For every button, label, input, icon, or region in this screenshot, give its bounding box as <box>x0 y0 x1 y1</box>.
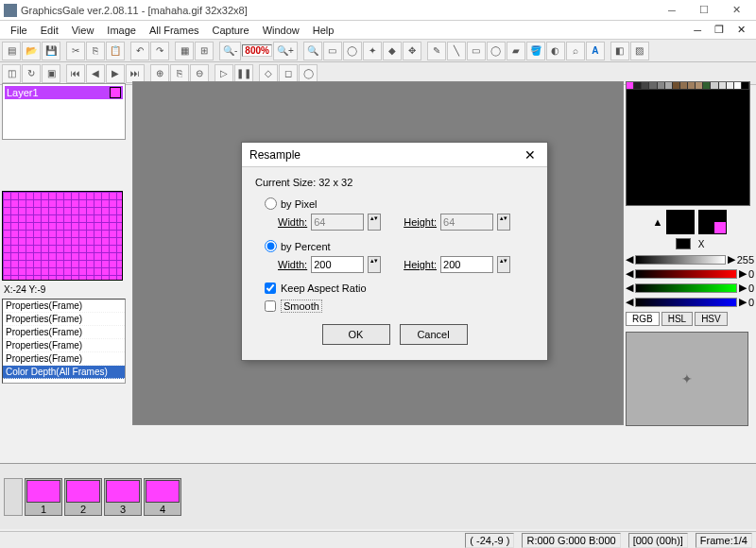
fg-swatch[interactable] <box>666 210 695 234</box>
save-file-icon[interactable]: 💾 <box>42 42 60 60</box>
transparency-icon[interactable]: ▨ <box>630 42 649 60</box>
history-item[interactable]: Properties(Frame) <box>3 339 125 352</box>
dialog-titlebar[interactable]: Resample ✕ <box>242 143 547 167</box>
move-icon[interactable]: ✥ <box>403 42 421 60</box>
bucket-icon[interactable]: 🪣 <box>526 42 545 60</box>
text-icon[interactable]: A <box>586 42 605 60</box>
g-right-icon[interactable]: ▶ <box>739 282 747 294</box>
color-select-icon[interactable]: ◆ <box>383 42 402 60</box>
px-height-input[interactable] <box>440 214 493 231</box>
snap-icon[interactable]: ⊞ <box>195 42 214 60</box>
close-button[interactable]: ✕ <box>720 1 752 20</box>
menu-edit[interactable]: Edit <box>34 23 65 38</box>
menu-file[interactable]: File <box>4 23 34 38</box>
g-slider[interactable] <box>635 283 737 293</box>
zoom-out-icon[interactable]: 🔍- <box>219 42 241 60</box>
maximize-button[interactable]: ☐ <box>688 1 720 20</box>
pc-width-spinner[interactable]: ▴▾ <box>368 256 381 273</box>
circle-icon[interactable]: ◯ <box>299 64 318 83</box>
b-left-icon[interactable]: ◀ <box>626 296 633 308</box>
history-item[interactable]: Properties(Frame) <box>3 352 125 366</box>
r-slider[interactable] <box>635 269 737 279</box>
frame-thumb[interactable]: 3 <box>104 478 142 516</box>
menu-all-frames[interactable]: All Frames <box>143 23 206 38</box>
px-height-spinner[interactable]: ▴▾ <box>497 214 510 231</box>
by-pixel-radio[interactable] <box>265 197 277 210</box>
play-icon[interactable]: ▷ <box>215 64 233 83</box>
cut-icon[interactable]: ✂ <box>66 42 85 60</box>
mdi-close-icon[interactable]: ✕ <box>730 22 752 38</box>
frame-thumb[interactable]: 2 <box>64 478 102 516</box>
onion-icon[interactable]: ◫ <box>2 64 21 83</box>
mdi-restore-icon[interactable]: ❐ <box>708 22 730 38</box>
pause-icon[interactable]: ❚❚ <box>234 64 253 83</box>
lasso-icon[interactable]: ◯ <box>343 42 362 60</box>
fill-icon[interactable]: ▰ <box>507 42 525 60</box>
pen-icon[interactable]: ✎ <box>427 42 446 60</box>
paste-icon[interactable]: 📋 <box>106 42 125 60</box>
keep-aspect-checkbox[interactable] <box>265 283 276 294</box>
square-icon[interactable]: ◻ <box>279 64 298 83</box>
dialog-close-icon[interactable]: ✕ <box>521 146 540 164</box>
delete-frame-icon[interactable]: ⊖ <box>190 64 209 83</box>
g-left-icon[interactable]: ◀ <box>626 282 633 294</box>
zoom-in-icon[interactable]: 🔍+ <box>273 42 298 60</box>
line-icon[interactable]: ╲ <box>447 42 466 60</box>
tab-rgb[interactable]: RGB <box>626 312 660 326</box>
layer-row[interactable]: Layer1 <box>5 86 123 99</box>
wand-icon[interactable]: ✦ <box>363 42 382 60</box>
history-item-selected[interactable]: Color Depth(All Frames) <box>3 366 125 379</box>
ok-button[interactable]: OK <box>322 324 390 345</box>
trim-icon[interactable]: ▣ <box>42 64 60 83</box>
smooth-checkbox[interactable] <box>265 300 276 312</box>
bg-swatch[interactable] <box>698 210 727 234</box>
menu-view[interactable]: View <box>65 23 101 38</box>
frame-thumb[interactable]: 4 <box>144 478 181 516</box>
replace-color-icon[interactable]: ◐ <box>546 42 565 60</box>
add-frame-icon[interactable]: ⊕ <box>150 64 169 83</box>
menu-help[interactable]: Help <box>306 23 341 38</box>
cancel-button[interactable]: Cancel <box>400 324 468 345</box>
prev-frame-icon[interactable]: ◀ <box>86 64 105 83</box>
loop-icon[interactable]: ↻ <box>22 64 41 83</box>
last-frame-icon[interactable]: ⏭ <box>126 64 145 83</box>
zoom-level[interactable]: 800% <box>242 44 272 57</box>
grad-right-icon[interactable]: ▶ <box>728 253 735 265</box>
rect-icon[interactable]: ▭ <box>467 42 486 60</box>
px-width-input[interactable] <box>311 214 364 231</box>
menu-image[interactable]: Image <box>100 23 143 38</box>
history-item[interactable]: Properties(Frame) <box>3 313 125 326</box>
pc-width-input[interactable] <box>311 256 364 273</box>
copy-icon[interactable]: ⎘ <box>86 42 105 60</box>
history-item[interactable]: Properties(Frame) <box>3 326 125 339</box>
timeline-toggle-icon[interactable] <box>4 478 23 516</box>
antialias-icon[interactable]: ◧ <box>610 42 629 60</box>
menu-window[interactable]: Window <box>256 23 306 38</box>
minimize-button[interactable]: ─ <box>656 1 688 20</box>
redo-icon[interactable]: ↷ <box>150 42 169 60</box>
small-swatch[interactable] <box>676 238 691 249</box>
b-slider[interactable] <box>635 298 737 307</box>
duplicate-frame-icon[interactable]: ⎘ <box>170 64 189 83</box>
new-file-icon[interactable]: ▤ <box>2 42 21 60</box>
undo-icon[interactable]: ↶ <box>130 42 149 60</box>
pc-height-spinner[interactable]: ▴▾ <box>497 256 510 273</box>
rect-select-icon[interactable]: ▭ <box>323 42 342 60</box>
grid-icon[interactable]: ▦ <box>175 42 194 60</box>
first-frame-icon[interactable]: ⏮ <box>66 64 85 83</box>
mdi-minimize-icon[interactable]: ─ <box>687 23 708 38</box>
open-file-icon[interactable]: 📂 <box>22 42 41 60</box>
grad-left-icon[interactable]: ◀ <box>626 253 633 265</box>
by-percent-radio[interactable] <box>265 240 277 252</box>
tab-hsv[interactable]: HSV <box>695 312 728 326</box>
px-width-spinner[interactable]: ▴▾ <box>368 214 381 231</box>
r-left-icon[interactable]: ◀ <box>626 267 633 280</box>
r-right-icon[interactable]: ▶ <box>739 267 747 280</box>
value-slider[interactable] <box>635 255 726 265</box>
menu-capture[interactable]: Capture <box>206 23 256 38</box>
magnifier-icon[interactable]: 🔍 <box>303 42 322 60</box>
eyedropper-icon[interactable]: ⌕ <box>566 42 585 60</box>
diamond-icon[interactable]: ◇ <box>259 64 278 83</box>
pc-height-input[interactable] <box>440 256 493 273</box>
color-palette[interactable] <box>626 81 750 206</box>
